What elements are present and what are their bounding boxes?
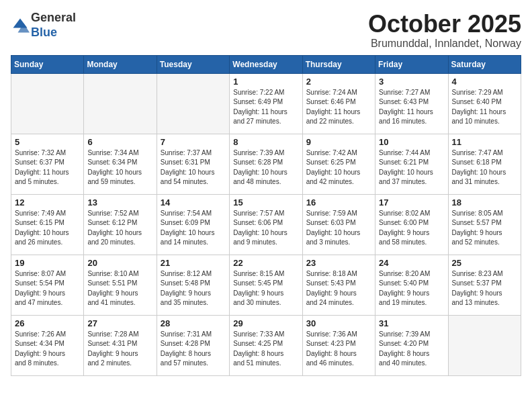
calendar-cell: 9Sunrise: 7:42 AM Sunset: 6:25 PM Daylig… [302,134,375,194]
logo-general-text: General [31,11,76,24]
day-info: Sunrise: 8:10 AM Sunset: 5:51 PM Dayligh… [87,269,152,308]
day-info: Sunrise: 8:02 AM Sunset: 6:00 PM Dayligh… [379,209,444,248]
day-number: 30 [306,318,371,328]
calendar-cell: 31Sunrise: 7:39 AM Sunset: 4:20 PM Dayli… [375,315,448,375]
day-info: Sunrise: 7:36 AM Sunset: 4:23 PM Dayligh… [306,330,371,369]
calendar-week-row: 26Sunrise: 7:26 AM Sunset: 4:34 PM Dayli… [11,315,521,375]
day-info: Sunrise: 8:12 AM Sunset: 5:48 PM Dayligh… [161,269,226,308]
calendar-cell: 25Sunrise: 8:23 AM Sunset: 5:37 PM Dayli… [448,255,521,315]
calendar-week-row: 5Sunrise: 7:32 AM Sunset: 6:37 PM Daylig… [11,134,521,194]
day-number: 25 [452,258,517,268]
calendar-cell: 29Sunrise: 7:33 AM Sunset: 4:25 PM Dayli… [230,315,302,375]
calendar-cell [157,73,229,134]
calendar-cell [11,73,84,134]
day-number: 7 [161,137,226,147]
calendar-cell: 12Sunrise: 7:49 AM Sunset: 6:15 PM Dayli… [11,194,84,255]
day-number: 22 [233,258,298,268]
day-info: Sunrise: 7:54 AM Sunset: 6:09 PM Dayligh… [161,209,226,248]
logo-blue-text: Blue [31,26,57,39]
calendar-cell: 3Sunrise: 7:27 AM Sunset: 6:43 PM Daylig… [375,73,448,134]
day-info: Sunrise: 7:26 AM Sunset: 4:34 PM Dayligh… [15,330,80,369]
day-number: 31 [379,318,444,328]
day-info: Sunrise: 7:47 AM Sunset: 6:18 PM Dayligh… [452,148,517,187]
day-info: Sunrise: 8:23 AM Sunset: 5:37 PM Dayligh… [452,269,517,308]
day-number: 21 [161,258,226,268]
calendar-cell: 22Sunrise: 8:15 AM Sunset: 5:45 PM Dayli… [230,255,302,315]
logo-icon [11,16,30,35]
day-number: 27 [87,318,152,328]
calendar-table: SundayMondayTuesdayWednesdayThursdayFrid… [11,55,521,376]
calendar-week-row: 19Sunrise: 8:07 AM Sunset: 5:54 PM Dayli… [11,255,521,315]
day-number: 15 [233,197,298,208]
day-number: 17 [379,197,444,208]
calendar-cell [448,315,521,375]
day-number: 18 [452,197,517,208]
weekday-header: Sunday [11,55,84,73]
calendar-cell: 16Sunrise: 7:59 AM Sunset: 6:03 PM Dayli… [302,194,375,255]
page-header: General Blue October 2025 Brumunddal, In… [11,11,521,50]
day-info: Sunrise: 7:59 AM Sunset: 6:03 PM Dayligh… [306,209,371,248]
weekday-row: SundayMondayTuesdayWednesdayThursdayFrid… [11,55,521,73]
calendar-cell [84,73,157,134]
day-number: 4 [452,77,517,87]
calendar-cell: 19Sunrise: 8:07 AM Sunset: 5:54 PM Dayli… [11,255,84,315]
day-info: Sunrise: 7:44 AM Sunset: 6:21 PM Dayligh… [379,148,444,187]
calendar-cell: 30Sunrise: 7:36 AM Sunset: 4:23 PM Dayli… [302,315,375,375]
calendar-title: October 2025 [368,11,521,38]
calendar-cell: 7Sunrise: 7:37 AM Sunset: 6:31 PM Daylig… [157,134,229,194]
day-info: Sunrise: 7:29 AM Sunset: 6:40 PM Dayligh… [452,88,517,127]
calendar-cell: 1Sunrise: 7:22 AM Sunset: 6:49 PM Daylig… [230,73,302,134]
day-number: 26 [15,318,80,328]
day-info: Sunrise: 7:57 AM Sunset: 6:06 PM Dayligh… [233,209,298,248]
calendar-cell: 27Sunrise: 7:28 AM Sunset: 4:31 PM Dayli… [84,315,157,375]
day-number: 8 [233,137,298,147]
calendar-cell: 5Sunrise: 7:32 AM Sunset: 6:37 PM Daylig… [11,134,84,194]
day-info: Sunrise: 7:28 AM Sunset: 4:31 PM Dayligh… [87,330,152,369]
calendar-cell: 17Sunrise: 8:02 AM Sunset: 6:00 PM Dayli… [375,194,448,255]
day-number: 14 [161,197,226,208]
calendar-cell: 11Sunrise: 7:47 AM Sunset: 6:18 PM Dayli… [448,134,521,194]
calendar-cell: 21Sunrise: 8:12 AM Sunset: 5:48 PM Dayli… [157,255,229,315]
day-info: Sunrise: 8:18 AM Sunset: 5:43 PM Dayligh… [306,269,371,308]
day-number: 19 [15,258,80,268]
calendar-week-row: 12Sunrise: 7:49 AM Sunset: 6:15 PM Dayli… [11,194,521,255]
calendar-cell: 26Sunrise: 7:26 AM Sunset: 4:34 PM Dayli… [11,315,84,375]
weekday-header: Saturday [448,55,521,73]
calendar-cell: 13Sunrise: 7:52 AM Sunset: 6:12 PM Dayli… [84,194,157,255]
title-block: October 2025 Brumunddal, Innlandet, Norw… [368,11,521,50]
calendar-cell: 24Sunrise: 8:20 AM Sunset: 5:40 PM Dayli… [375,255,448,315]
day-info: Sunrise: 7:31 AM Sunset: 4:28 PM Dayligh… [161,330,226,369]
calendar-cell: 8Sunrise: 7:39 AM Sunset: 6:28 PM Daylig… [230,134,302,194]
day-info: Sunrise: 7:32 AM Sunset: 6:37 PM Dayligh… [15,148,80,187]
logo: General Blue [11,11,76,40]
day-info: Sunrise: 7:42 AM Sunset: 6:25 PM Dayligh… [306,148,371,187]
day-number: 28 [161,318,226,328]
weekday-header: Thursday [302,55,375,73]
day-number: 29 [233,318,298,328]
day-number: 9 [306,137,371,147]
day-number: 20 [87,258,152,268]
calendar-cell: 28Sunrise: 7:31 AM Sunset: 4:28 PM Dayli… [157,315,229,375]
day-info: Sunrise: 7:34 AM Sunset: 6:34 PM Dayligh… [87,148,152,187]
day-number: 11 [452,137,517,147]
day-number: 23 [306,258,371,268]
day-number: 12 [15,197,80,208]
day-info: Sunrise: 8:15 AM Sunset: 5:45 PM Dayligh… [233,269,298,308]
day-info: Sunrise: 7:49 AM Sunset: 6:15 PM Dayligh… [15,209,80,248]
day-info: Sunrise: 7:39 AM Sunset: 6:28 PM Dayligh… [233,148,298,187]
calendar-cell: 23Sunrise: 8:18 AM Sunset: 5:43 PM Dayli… [302,255,375,315]
day-info: Sunrise: 7:52 AM Sunset: 6:12 PM Dayligh… [87,209,152,248]
weekday-header: Monday [84,55,157,73]
day-info: Sunrise: 7:27 AM Sunset: 6:43 PM Dayligh… [379,88,444,127]
day-info: Sunrise: 7:37 AM Sunset: 6:31 PM Dayligh… [161,148,226,187]
weekday-header: Wednesday [230,55,302,73]
day-number: 16 [306,197,371,208]
day-number: 6 [87,137,152,147]
calendar-body: 1Sunrise: 7:22 AM Sunset: 6:49 PM Daylig… [11,73,521,375]
day-number: 10 [379,137,444,147]
calendar-cell: 15Sunrise: 7:57 AM Sunset: 6:06 PM Dayli… [230,194,302,255]
calendar-cell: 6Sunrise: 7:34 AM Sunset: 6:34 PM Daylig… [84,134,157,194]
calendar-cell: 4Sunrise: 7:29 AM Sunset: 6:40 PM Daylig… [448,73,521,134]
calendar-cell: 18Sunrise: 8:05 AM Sunset: 5:57 PM Dayli… [448,194,521,255]
day-info: Sunrise: 8:20 AM Sunset: 5:40 PM Dayligh… [379,269,444,308]
